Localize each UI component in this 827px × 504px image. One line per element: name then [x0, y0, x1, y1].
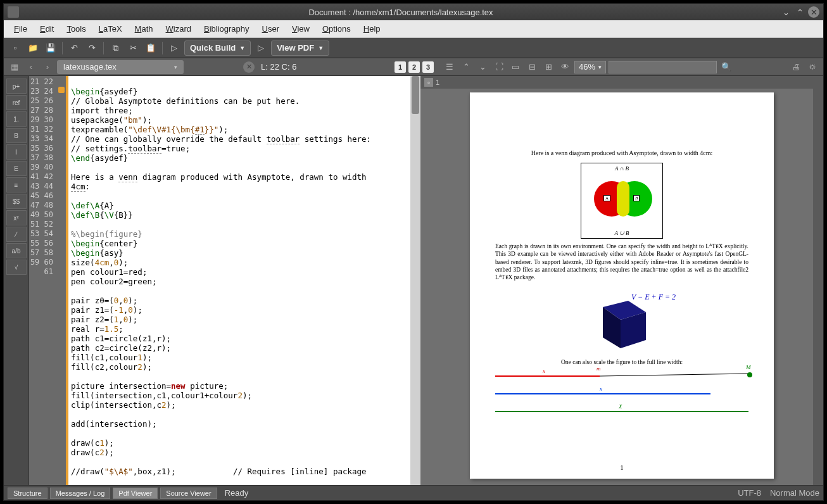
file-tab-label: latexusage.tex	[63, 62, 117, 72]
status-tab-messages-log[interactable]: Messages / Log	[50, 488, 111, 499]
zoom-out-icon[interactable]: ⊟	[525, 60, 539, 74]
structure-toggle[interactable]: ▦	[8, 60, 22, 74]
settings-icon[interactable]: ⛭	[805, 60, 819, 74]
save-file-button[interactable]: 💾	[43, 41, 58, 56]
sidebar-tool-6[interactable]: ≡	[6, 177, 27, 192]
tab-close-button[interactable]: ✕	[243, 61, 255, 73]
copy-button[interactable]: ⧉	[108, 41, 123, 56]
pdf-preview: ▫ 1 Here is a venn diagram produced with…	[420, 76, 823, 485]
sidebar-tool-3[interactable]: B	[6, 128, 27, 143]
menu-math[interactable]: Math	[130, 22, 158, 35]
redo-button[interactable]: ↷	[84, 41, 99, 56]
sidebar-tool-4[interactable]: I	[6, 144, 27, 160]
cursor-position: L: 22 C: 6	[261, 62, 296, 72]
menu-file[interactable]: File	[9, 22, 32, 35]
nav-forward[interactable]: ›	[41, 60, 54, 74]
venn-diagram: A ∩ B A B A ∪ B	[581, 163, 663, 239]
line-caption: One can also scale the figure to the ful…	[495, 359, 748, 365]
page-up-icon[interactable]: ⌃	[459, 60, 473, 74]
menu-bibliography[interactable]: Bibliography	[199, 22, 255, 35]
undo-button[interactable]: ↶	[66, 41, 82, 56]
menu-wizard[interactable]: Wizard	[161, 22, 196, 35]
list-view-icon[interactable]: ☰	[443, 60, 457, 74]
sidebar-tool-0[interactable]: p+	[6, 79, 27, 94]
nav-back[interactable]: ‹	[24, 60, 38, 74]
build-combo-label: Quick Build	[190, 43, 236, 53]
left-sidebar: p+ref1.BIE≡$$x²⁄a/b√	[4, 76, 29, 485]
run-arrow-icon[interactable]: ▷	[167, 41, 182, 56]
status-tab-source-viewer[interactable]: Source Viewer	[160, 488, 217, 499]
fit-width-icon[interactable]: ▭	[508, 60, 522, 74]
sidebar-tool-9[interactable]: ⁄	[6, 227, 27, 242]
main-area: p+ref1.BIE≡$$x²⁄a/b√ 21 22 23 24 25 26 2…	[4, 76, 823, 485]
venn-label-a: A	[603, 195, 610, 201]
paragraph-1: Each graph is drawn in its own environme…	[495, 243, 748, 282]
sidebar-tool-5[interactable]: E	[6, 161, 27, 176]
code-content[interactable]: \begin{asydef} // Global Asymptote defin…	[68, 76, 410, 485]
view-arrow-icon[interactable]: ▷	[253, 41, 268, 56]
page-1-button[interactable]: 1	[395, 61, 406, 73]
sidebar-tool-2[interactable]: 1.	[6, 111, 27, 127]
code-editor[interactable]: 21 22 23 24 25 26 27 28 29 30 31 32 33 3…	[29, 76, 420, 485]
window-title: Document : /home/xm1/Documents/latexusag…	[24, 8, 778, 17]
status-tab-pdf-viewer[interactable]: Pdf Viewer	[113, 488, 158, 499]
menubar: FileEditToolsLaTeXMathWizardBibliography…	[4, 20, 823, 38]
eye-icon[interactable]: 👁	[558, 60, 572, 74]
statusbar: StructureMessages / LogPdf ViewerSource …	[4, 485, 823, 500]
maximize-button[interactable]: ⌃	[794, 6, 805, 18]
separator	[62, 42, 63, 54]
menu-help[interactable]: Help	[358, 22, 386, 35]
venn-label-b: B	[633, 195, 640, 201]
print-icon[interactable]: 🖨	[789, 60, 803, 74]
status-tab-structure[interactable]: Structure	[8, 488, 47, 499]
pdf-search-input[interactable]	[609, 61, 717, 73]
preview-scrollbar[interactable]	[813, 89, 823, 485]
menu-latex[interactable]: LaTeX	[94, 22, 127, 35]
file-tab[interactable]: latexusage.tex▾	[57, 60, 184, 74]
ruler-M-label: M	[746, 364, 751, 370]
cut-button[interactable]: ✂	[125, 41, 141, 56]
page-3-button[interactable]: 3	[422, 61, 434, 73]
close-button[interactable]: ✕	[808, 6, 819, 18]
sidebar-tool-11[interactable]: √	[6, 260, 27, 275]
mode-label[interactable]: Normal Mode	[770, 488, 819, 498]
page-down-icon[interactable]: ⌄	[476, 60, 489, 74]
black-line	[600, 373, 752, 379]
editor-scrollbar[interactable]	[410, 76, 420, 485]
view-combo-label: View PDF	[277, 43, 314, 53]
minimize-button[interactable]: ⌄	[780, 6, 792, 18]
sidebar-tool-10[interactable]: a/b	[6, 243, 27, 258]
euler-equation: V − E + F = 2	[631, 293, 676, 302]
sidebar-tool-1[interactable]: ref	[6, 95, 27, 110]
search-icon[interactable]: 🔍	[719, 60, 733, 74]
view-combo[interactable]: View PDF▼	[271, 41, 329, 56]
new-file-button[interactable]: ▫	[8, 41, 23, 56]
scrollbar-thumb[interactable]	[412, 76, 419, 114]
preview-body[interactable]: Here is a venn diagram produced with Asy…	[420, 89, 823, 485]
line-gutter: 21 22 23 24 25 26 27 28 29 30 31 32 33 3…	[29, 76, 57, 485]
menu-edit[interactable]: Edit	[35, 22, 59, 35]
paste-button[interactable]: 📋	[143, 41, 158, 56]
fit-page-icon[interactable]: ⛶	[492, 60, 506, 74]
bookmark-icon[interactable]	[58, 87, 65, 93]
zoom-in-icon[interactable]: ⊞	[541, 60, 555, 74]
sidebar-tool-7[interactable]: $$	[6, 194, 27, 209]
open-file-button[interactable]: 📁	[25, 41, 41, 56]
app-window: Document : /home/xm1/Documents/latexusag…	[3, 3, 824, 501]
marker-column	[57, 76, 66, 485]
sidebar-tool-8[interactable]: x²	[6, 210, 27, 225]
zoom-combo[interactable]: 46%▾	[574, 61, 606, 73]
rulers-figure: m M x x X	[495, 368, 748, 425]
venn-top-label: A ∩ B	[581, 165, 662, 172]
build-combo[interactable]: Quick Build▼	[184, 41, 251, 56]
svg-line-3	[600, 374, 748, 376]
preview-page-label: 1	[436, 79, 439, 86]
menu-user[interactable]: User	[257, 22, 284, 35]
green-dot	[747, 372, 752, 377]
menu-tools[interactable]: Tools	[61, 22, 91, 35]
encoding-label[interactable]: UTF-8	[738, 488, 761, 498]
menu-options[interactable]: Options	[317, 22, 356, 35]
venn-overlap	[617, 181, 629, 217]
page-2-button[interactable]: 2	[408, 61, 420, 73]
menu-view[interactable]: View	[287, 22, 315, 35]
